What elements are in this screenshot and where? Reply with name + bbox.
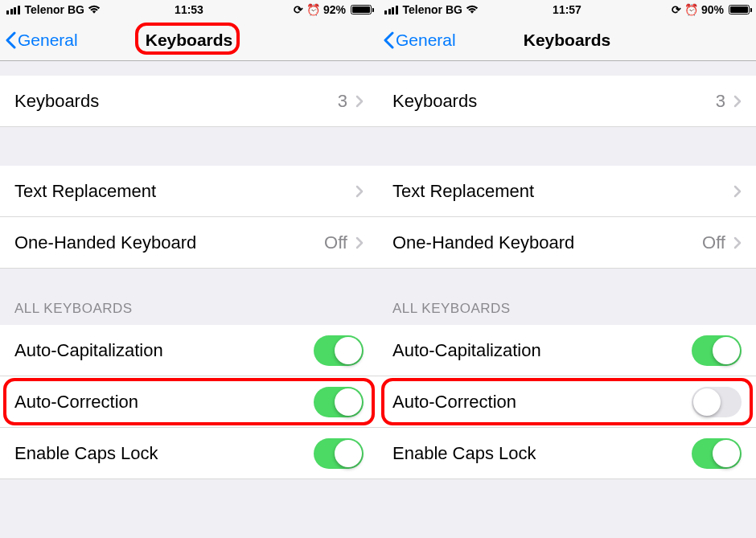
chevron-right-icon (355, 236, 364, 249)
back-label: General (396, 31, 456, 50)
toggle-auto-capitalization[interactable] (314, 335, 364, 366)
row-caps-lock: Enable Caps Lock (378, 428, 756, 479)
row-label: Enable Caps Lock (392, 443, 692, 464)
row-keyboards[interactable]: Keyboards 3 (0, 76, 378, 127)
row-auto-correction: Auto-Correction (378, 376, 756, 428)
row-one-handed[interactable]: One-Handed Keyboard Off (0, 217, 378, 269)
row-auto-capitalization: Auto-Capitalization (378, 325, 756, 376)
toggle-caps-lock[interactable] (314, 438, 364, 469)
clock: 11:53 (175, 3, 203, 16)
row-auto-capitalization: Auto-Capitalization (0, 325, 378, 376)
row-label: Auto-Correction (14, 392, 314, 413)
page-title: Keyboards (524, 31, 611, 50)
alarm-icon: ⏰ (306, 3, 320, 16)
back-button[interactable]: General (378, 31, 456, 50)
row-value: 3 (716, 91, 725, 112)
toggle-auto-capitalization[interactable] (692, 335, 742, 366)
row-label: Enable Caps Lock (14, 443, 314, 464)
battery-pct: 92% (323, 3, 346, 16)
row-label: Auto-Capitalization (392, 340, 692, 361)
row-caps-lock: Enable Caps Lock (0, 428, 378, 479)
signal-icon (384, 6, 398, 14)
row-label: Auto-Capitalization (14, 340, 314, 361)
toggle-auto-correction[interactable] (314, 387, 364, 417)
status-bar: Telenor BG 11:57 ⟳ ⏰ 90% (378, 0, 756, 19)
row-value: Off (324, 232, 347, 253)
section-header: ALL KEYBOARDS (14, 301, 133, 317)
row-value: Off (702, 232, 725, 253)
signal-icon (6, 6, 20, 14)
toggle-caps-lock[interactable] (692, 438, 742, 469)
row-label: Text Replacement (14, 181, 355, 202)
carrier-label: Telenor BG (403, 3, 462, 16)
chevron-left-icon (383, 31, 394, 49)
row-one-handed[interactable]: One-Handed Keyboard Off (378, 217, 756, 269)
chevron-left-icon (5, 31, 16, 49)
row-label: Auto-Correction (392, 392, 692, 413)
row-text-replacement[interactable]: Text Replacement (0, 166, 378, 217)
nav-bar: General Keyboards (0, 19, 378, 61)
chevron-right-icon (733, 236, 742, 249)
battery-icon (351, 5, 372, 14)
row-label: One-Handed Keyboard (14, 232, 324, 253)
rotation-lock-icon: ⟳ (672, 3, 681, 16)
battery-pct: 90% (701, 3, 724, 16)
wifi-icon (88, 5, 101, 14)
alarm-icon: ⏰ (684, 3, 698, 16)
wifi-icon (466, 5, 479, 14)
toggle-auto-correction[interactable] (692, 387, 742, 417)
chevron-right-icon (355, 95, 364, 108)
row-label: Keyboards (392, 91, 716, 112)
row-label: Keyboards (14, 91, 338, 112)
chevron-right-icon (355, 185, 364, 198)
rotation-lock-icon: ⟳ (294, 3, 303, 16)
carrier-label: Telenor BG (25, 3, 84, 16)
battery-icon (729, 5, 750, 14)
status-bar: Telenor BG 11:53 ⟳ ⏰ 92% (0, 0, 378, 19)
back-label: General (18, 31, 78, 50)
phone-left: Telenor BG 11:53 ⟳ ⏰ 92% General Keyboar… (0, 0, 378, 538)
row-value: 3 (338, 91, 347, 112)
row-keyboards[interactable]: Keyboards 3 (378, 76, 756, 127)
row-label: One-Handed Keyboard (392, 232, 702, 253)
phone-right: Telenor BG 11:57 ⟳ ⏰ 90% General Keyboar… (378, 0, 756, 538)
clock: 11:57 (553, 3, 581, 16)
row-text-replacement[interactable]: Text Replacement (378, 166, 756, 217)
row-auto-correction: Auto-Correction (0, 376, 378, 428)
section-header: ALL KEYBOARDS (392, 301, 511, 317)
nav-bar: General Keyboards (378, 19, 756, 61)
chevron-right-icon (733, 95, 742, 108)
chevron-right-icon (733, 185, 742, 198)
back-button[interactable]: General (0, 31, 78, 50)
page-title: Keyboards (146, 31, 233, 50)
row-label: Text Replacement (392, 181, 733, 202)
